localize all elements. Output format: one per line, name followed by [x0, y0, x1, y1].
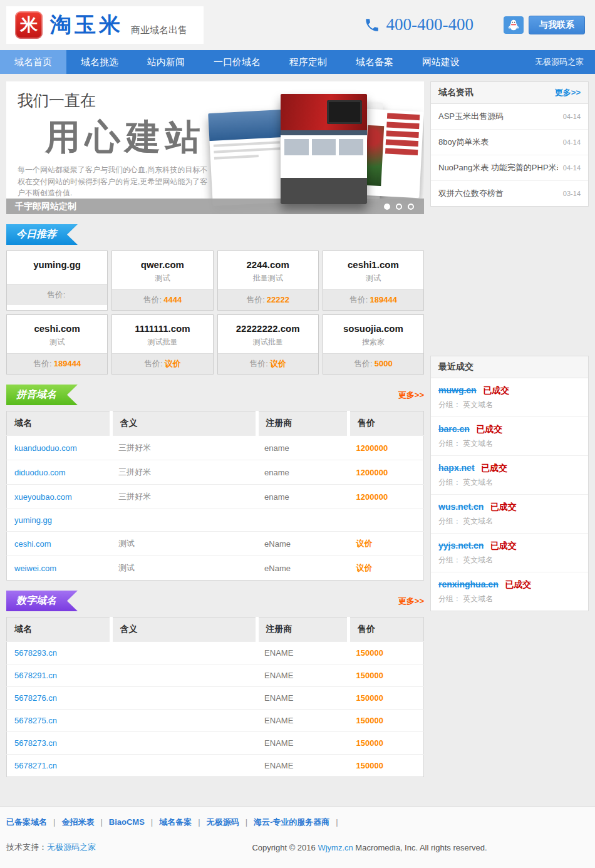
digit-more-link[interactable]: 更多>>	[398, 596, 424, 607]
banner-screenshot-right	[361, 109, 423, 199]
cell-domain[interactable]: diduoduo.com	[7, 460, 111, 485]
cell-domain[interactable]: weiwei.com	[7, 556, 111, 581]
nav-item[interactable]: 域名备案	[341, 50, 408, 74]
carousel-dot[interactable]	[396, 204, 402, 210]
recent-sold-box: 最近成交 muwg.cn 已成交 分组： 英文域名 barc.cn	[430, 356, 589, 611]
table-row[interactable]: 5678271.cn ENAME 150000	[7, 755, 424, 777]
table-row[interactable]: 5678276.cn ENAME 150000	[7, 687, 424, 710]
sold-list-item[interactable]: barc.cn 已成交 分组： 英文域名	[431, 417, 588, 456]
table-row[interactable]: diduoduo.com 三拼好米 ename 1200000	[7, 460, 424, 485]
news-list-item[interactable]: 8boy简单米表 04-14	[431, 130, 588, 155]
card-description: 搜索家	[323, 337, 423, 353]
domain-card[interactable]: sosuojia.com 搜索家 售价:5000	[323, 314, 424, 375]
cell-domain[interactable]: kuanduoduo.com	[7, 436, 111, 460]
copyright-site-link[interactable]: Wjymz.cn	[318, 843, 353, 852]
nav-item[interactable]: 程序定制	[275, 50, 341, 74]
pinyin-more-link[interactable]: 更多>>	[398, 390, 424, 401]
news-title[interactable]: ASP玉米出售源码	[438, 111, 504, 122]
domain-card[interactable]: 22222222.com 测试批量 售价:议价	[217, 314, 319, 375]
cell-domain[interactable]: 5678291.cn	[7, 664, 111, 687]
footer-link[interactable]: BiaoCMS	[109, 817, 145, 827]
phone-icon	[364, 17, 380, 33]
cell-meaning	[111, 687, 257, 710]
carousel-dot[interactable]	[408, 204, 414, 210]
nav-item[interactable]: 网站建设	[408, 50, 474, 74]
cell-price: 150000	[349, 664, 424, 687]
sold-list-item[interactable]: renxinghua.cn 已成交 分组： 英文域名	[431, 572, 588, 611]
section-badge-pinyin: 拼音域名	[6, 385, 78, 405]
news-list-item[interactable]: ASP玉米出售源码 04-14	[431, 104, 588, 130]
news-title[interactable]: 8boy简单米表	[438, 137, 489, 148]
cell-domain[interactable]: 5678275.cn	[7, 710, 111, 732]
sold-list-item[interactable]: wus.net.cn 已成交 分组： 英文域名	[431, 495, 588, 534]
logo[interactable]: 米 淘玉米 商业域名出售	[6, 6, 204, 44]
sold-list-item[interactable]: hapx.net 已成交 分组： 英文域名	[431, 456, 588, 495]
cell-domain[interactable]: ceshi.com	[7, 532, 111, 556]
news-more-link[interactable]: 更多>>	[555, 87, 581, 98]
table-row[interactable]: 5678293.cn ENAME 150000	[7, 642, 424, 664]
domain-card[interactable]: qwer.com 测试 售价:4444	[111, 251, 213, 311]
carousel-dot[interactable]	[384, 204, 390, 210]
nav-right-link[interactable]: 无极源码之家	[535, 50, 595, 74]
news-list-item[interactable]: 双拼六位数夺榜首 03-14	[431, 181, 588, 206]
sold-group: 分组： 英文域名	[438, 400, 581, 410]
cell-domain[interactable]: 5678276.cn	[7, 687, 111, 710]
support-label: 技术支持：	[6, 842, 47, 852]
cell-meaning: 三拼好米	[111, 460, 257, 485]
banner-title: 用心建站	[45, 114, 205, 162]
sold-domain-link[interactable]: barc.cn	[438, 424, 470, 434]
cell-registrar: eName	[257, 532, 349, 556]
cell-price: 150000	[349, 732, 424, 755]
support-link[interactable]: 无极源码之家	[47, 842, 96, 852]
nav-item[interactable]: 站内新闻	[133, 50, 199, 74]
section-badge-recommend: 今日推荐	[6, 224, 78, 245]
sold-list-item[interactable]: yyjs.net.cn 已成交 分组： 英文域名	[431, 534, 588, 572]
nav-item[interactable]: 域名挑选	[66, 50, 133, 74]
sold-domain-link[interactable]: muwg.cn	[438, 385, 477, 395]
cell-domain[interactable]: 5678271.cn	[7, 755, 111, 777]
domain-card[interactable]: 2244.com 批量测试 售价:22222	[217, 251, 319, 311]
table-row[interactable]: 5678291.cn ENAME 150000	[7, 664, 424, 687]
sold-domain-link[interactable]: yyjs.net.cn	[438, 540, 484, 550]
card-description: 测试	[323, 273, 423, 289]
table-row[interactable]: ceshi.com 测试 eName 议价	[7, 532, 424, 556]
footer-link[interactable]: 已备案域名	[6, 817, 47, 827]
card-price: 议价	[165, 359, 181, 368]
table-row[interactable]: yuming.gg	[7, 509, 424, 532]
column-header-domain: 域名	[7, 617, 111, 642]
qq-icon[interactable]	[504, 16, 524, 34]
domain-card[interactable]: ceshi.com 测试 售价:189444	[6, 314, 108, 375]
cell-domain[interactable]: yuming.gg	[7, 509, 111, 532]
sold-domain-link[interactable]: renxinghua.cn	[438, 579, 499, 589]
sold-status-badge: 已成交	[483, 385, 509, 395]
cell-domain[interactable]: 5678293.cn	[7, 642, 111, 664]
news-title[interactable]: NuoPang米表 功能完善的PHP米表程	[438, 162, 558, 173]
domain-card[interactable]: ceshi1.com 测试 售价:189444	[323, 251, 424, 311]
news-list-item[interactable]: NuoPang米表 功能完善的PHP米表程 04-14	[431, 155, 588, 181]
cell-domain[interactable]: xueyoubao.com	[7, 485, 111, 509]
cell-registrar: ename	[257, 485, 349, 509]
news-title[interactable]: 双拼六位数夺榜首	[438, 188, 504, 199]
table-row[interactable]: weiwei.com 测试 eName 议价	[7, 556, 424, 581]
news-box: 域名资讯 更多>> ASP玉米出售源码 04-14 8boy简单米表 04-14	[430, 81, 589, 207]
table-row[interactable]: kuanduoduo.com 三拼好米 ename 1200000	[7, 436, 424, 460]
domain-card[interactable]: yuming.gg 售价:	[6, 251, 108, 311]
table-row[interactable]: 5678275.cn ENAME 150000	[7, 710, 424, 732]
sold-domain-link[interactable]: hapx.net	[438, 463, 475, 473]
footer-link[interactable]: 海云-专业的服务器商	[254, 817, 329, 827]
cell-price: 150000	[349, 687, 424, 710]
card-domain: 1111111.com	[112, 315, 212, 337]
sold-domain-link[interactable]: wus.net.cn	[438, 502, 484, 512]
nav-item[interactable]: 域名首页	[0, 50, 66, 74]
table-row[interactable]: xueyoubao.com 三拼好米 ename 1200000	[7, 485, 424, 509]
nav-item[interactable]: 一口价域名	[199, 50, 275, 74]
sold-list-item[interactable]: muwg.cn 已成交 分组： 英文域名	[431, 378, 588, 417]
footer-link[interactable]: 无极源码	[207, 817, 239, 827]
cell-domain[interactable]: 5678273.cn	[7, 732, 111, 755]
domain-card[interactable]: 1111111.com 测试批量 售价:议价	[111, 314, 213, 375]
footer-link[interactable]: 域名备案	[159, 817, 192, 827]
footer-link[interactable]: 金招米表	[61, 817, 94, 827]
table-row[interactable]: 5678273.cn ENAME 150000	[7, 732, 424, 755]
contact-me-button[interactable]: 与我联系	[529, 16, 585, 34]
page-header: 米 淘玉米 商业域名出售 400-400-400 与我联系	[0, 0, 595, 50]
